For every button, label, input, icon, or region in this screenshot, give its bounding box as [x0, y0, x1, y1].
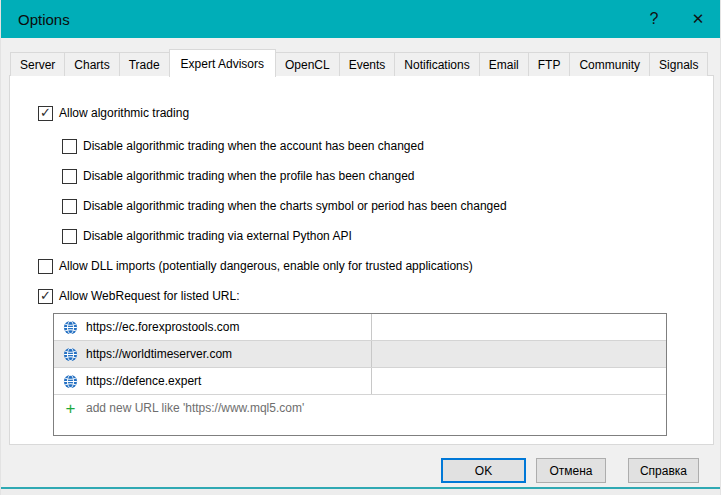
tab-notifications[interactable]: Notifications [394, 52, 479, 76]
url-text: https://worldtimeserver.com [86, 347, 232, 361]
tab-expert-advisors[interactable]: Expert Advisors [169, 49, 276, 77]
checkbox-allow-algo-trading[interactable]: ✓ [38, 106, 53, 121]
add-url-row[interactable]: + add new URL like 'https://www.mql5.com… [54, 395, 666, 421]
titlebar-controls: ? ✕ [632, 0, 720, 38]
option-disable-on-account-change[interactable]: ✓ Disable algorithmic trading when the a… [62, 138, 713, 154]
globe-icon [63, 374, 78, 389]
url-cell: https://defence.expert [54, 368, 372, 394]
checkmark-icon: ✓ [40, 289, 51, 302]
plus-icon: + [63, 401, 78, 416]
globe-icon [63, 320, 78, 335]
expert-advisors-page: ✓ Allow algorithmic trading ✓ Disable al… [9, 75, 714, 445]
close-icon[interactable]: ✕ [676, 0, 720, 38]
option-disable-via-python-api[interactable]: ✓ Disable algorithmic trading via extern… [62, 228, 713, 244]
option-label: Disable algorithmic trading when the cha… [83, 199, 507, 213]
checkbox-disable-on-profile-change[interactable]: ✓ [62, 169, 77, 184]
url-row[interactable]: https://ec.forexprostools.com [54, 314, 666, 341]
url-text: https://defence.expert [86, 374, 201, 388]
checkmark-icon: ✓ [40, 106, 51, 119]
option-label: Disable algorithmic trading via external… [83, 229, 352, 243]
url-text: https://ec.forexprostools.com [86, 320, 239, 334]
ok-button[interactable]: OK [441, 458, 526, 483]
tab-signals[interactable]: Signals [649, 52, 708, 76]
window-title: Options [1, 11, 70, 28]
tab-trade[interactable]: Trade [119, 52, 170, 76]
tab-email[interactable]: Email [479, 52, 529, 76]
tab-server[interactable]: Server [10, 52, 65, 76]
checkbox-disable-on-chart-change[interactable]: ✓ [62, 199, 77, 214]
option-allow-dll-imports[interactable]: ✓ Allow DLL imports (potentially dangero… [38, 258, 713, 274]
window-edge [1, 489, 720, 495]
checkbox-disable-on-account-change[interactable]: ✓ [62, 139, 77, 154]
url-cell: https://worldtimeserver.com [54, 341, 372, 367]
option-label: Allow algorithmic trading [59, 106, 189, 120]
webrequest-url-list: https://ec.forexprostools.com https://wo… [53, 313, 667, 436]
globe-icon [63, 347, 78, 362]
url-cell: https://ec.forexprostools.com [54, 314, 372, 340]
url-row[interactable]: https://worldtimeserver.com [54, 341, 666, 368]
tab-charts[interactable]: Charts [64, 52, 119, 76]
tab-events[interactable]: Events [339, 52, 396, 76]
option-allow-webrequest[interactable]: ✓ Allow WebRequest for listed URL: [38, 288, 713, 304]
tab-ftp[interactable]: FTP [528, 52, 571, 76]
checkbox-disable-via-python-api[interactable]: ✓ [62, 229, 77, 244]
option-allow-algo-trading[interactable]: ✓ Allow algorithmic trading [38, 105, 713, 121]
tab-opencl[interactable]: OpenCL [275, 52, 340, 76]
add-url-hint: add new URL like 'https://www.mql5.com' [86, 401, 304, 415]
options-dialog: Options ? ✕ Server Charts Trade Expert A… [0, 0, 721, 495]
checkbox-allow-webrequest[interactable]: ✓ [38, 289, 53, 304]
titlebar: Options ? ✕ [1, 0, 720, 38]
tab-strip: Server Charts Trade Expert Advisors Open… [10, 48, 720, 76]
cancel-button[interactable]: Отмена [536, 458, 606, 483]
help-button[interactable]: Справка [628, 458, 699, 483]
option-disable-on-chart-change[interactable]: ✓ Disable algorithmic trading when the c… [62, 198, 713, 214]
help-icon[interactable]: ? [632, 0, 676, 38]
url-row[interactable]: https://defence.expert [54, 368, 666, 395]
option-label: Disable algorithmic trading when the pro… [83, 169, 415, 183]
tab-community[interactable]: Community [569, 52, 650, 76]
option-disable-on-profile-change[interactable]: ✓ Disable algorithmic trading when the p… [62, 168, 713, 184]
option-label: Allow DLL imports (potentially dangerous… [59, 259, 473, 273]
option-label: Disable algorithmic trading when the acc… [83, 139, 424, 153]
option-label: Allow WebRequest for listed URL: [59, 289, 240, 303]
checkbox-allow-dll-imports[interactable]: ✓ [38, 259, 53, 274]
